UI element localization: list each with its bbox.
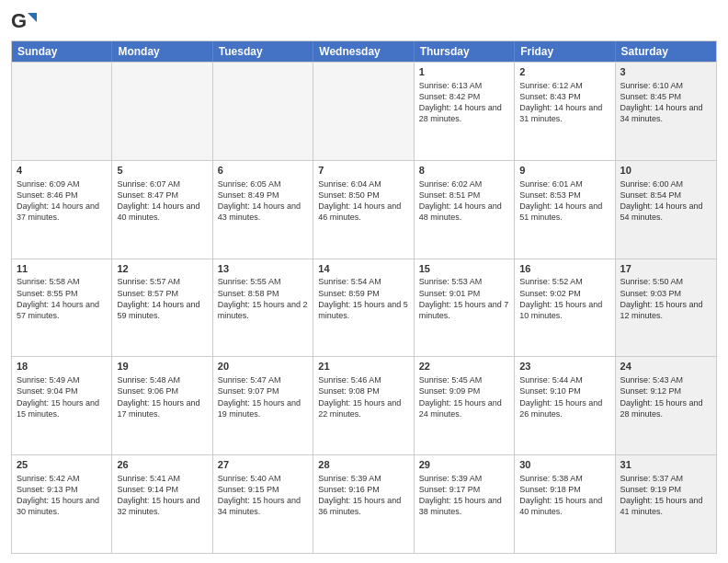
day-info: Sunrise: 5:39 AM [318, 473, 408, 484]
day-info: Daylight: 15 hours and 32 minutes. [117, 495, 207, 517]
day-number: 15 [419, 262, 509, 276]
cal-cell: 13Sunrise: 5:55 AMSunset: 8:58 PMDayligh… [213, 259, 313, 357]
day-info: Sunset: 9:04 PM [17, 385, 107, 396]
calendar-week: 4Sunrise: 6:09 AMSunset: 8:46 PMDaylight… [12, 160, 716, 259]
day-info: Sunset: 8:47 PM [117, 190, 207, 201]
day-number: 24 [620, 360, 711, 373]
day-number: 5 [117, 164, 207, 178]
day-number: 8 [419, 164, 509, 178]
day-number: 19 [117, 360, 207, 373]
day-info: Sunrise: 5:39 AM [419, 473, 509, 484]
day-info: Daylight: 14 hours and 57 minutes. [17, 299, 107, 321]
calendar-header-cell: Saturday [616, 41, 716, 62]
day-info: Daylight: 14 hours and 31 minutes. [519, 102, 609, 124]
day-info: Sunset: 9:15 PM [218, 484, 308, 495]
cal-cell: 5Sunrise: 6:07 AMSunset: 8:47 PMDaylight… [112, 161, 212, 259]
day-info: Sunset: 9:13 PM [17, 484, 107, 495]
cal-cell: 23Sunrise: 5:44 AMSunset: 9:10 PMDayligh… [515, 357, 615, 454]
day-number: 4 [17, 164, 107, 178]
day-info: Sunset: 8:42 PM [419, 91, 509, 102]
calendar-header-cell: Monday [112, 41, 212, 62]
day-info: Sunrise: 6:09 AM [17, 178, 107, 190]
day-number: 28 [318, 458, 408, 472]
calendar-body: 1Sunrise: 6:13 AMSunset: 8:42 PMDaylight… [12, 62, 716, 553]
calendar-week: 25Sunrise: 5:42 AMSunset: 9:13 PMDayligh… [12, 454, 716, 553]
cal-cell: 1Sunrise: 6:13 AMSunset: 8:42 PMDaylight… [415, 63, 515, 160]
day-info: Sunrise: 5:40 AM [218, 473, 308, 484]
svg-marker-1 [28, 13, 37, 22]
day-info: Sunrise: 5:50 AM [620, 276, 711, 287]
day-info: Sunrise: 6:02 AM [419, 178, 509, 190]
day-info: Daylight: 15 hours and 38 minutes. [419, 495, 509, 517]
cal-cell: 25Sunrise: 5:42 AMSunset: 9:13 PMDayligh… [12, 455, 112, 553]
cal-cell: 18Sunrise: 5:49 AMSunset: 9:04 PMDayligh… [12, 357, 112, 454]
cal-cell: 31Sunrise: 5:37 AMSunset: 9:19 PMDayligh… [616, 455, 716, 553]
logo: G [11, 9, 39, 35]
cal-cell: 16Sunrise: 5:52 AMSunset: 9:02 PMDayligh… [515, 259, 615, 357]
day-info: Sunrise: 5:58 AM [17, 276, 107, 287]
day-info: Sunset: 9:16 PM [318, 484, 408, 495]
cal-cell: 7Sunrise: 6:04 AMSunset: 8:50 PMDaylight… [313, 161, 414, 259]
day-info: Sunrise: 5:38 AM [519, 473, 609, 484]
cal-cell: 11Sunrise: 5:58 AMSunset: 8:55 PMDayligh… [12, 259, 112, 357]
cal-cell: 22Sunrise: 5:45 AMSunset: 9:09 PMDayligh… [415, 357, 515, 454]
day-info: Daylight: 15 hours and 26 minutes. [519, 397, 609, 419]
day-info: Sunset: 9:12 PM [620, 385, 711, 396]
cal-cell: 2Sunrise: 6:12 AMSunset: 8:43 PMDaylight… [515, 63, 615, 160]
day-info: Sunrise: 6:00 AM [620, 178, 711, 190]
cal-cell: 4Sunrise: 6:09 AMSunset: 8:46 PMDaylight… [12, 161, 112, 259]
day-info: Sunset: 8:55 PM [17, 288, 107, 299]
day-info: Sunrise: 6:13 AM [419, 80, 509, 91]
day-info: Sunrise: 5:37 AM [620, 473, 711, 484]
day-info: Daylight: 15 hours and 22 minutes. [318, 397, 408, 419]
day-number: 9 [519, 164, 609, 178]
day-info: Daylight: 15 hours and 36 minutes. [318, 495, 408, 517]
day-number: 26 [117, 458, 207, 472]
day-number: 2 [519, 65, 609, 79]
day-info: Sunset: 9:06 PM [117, 385, 207, 396]
day-info: Sunset: 9:01 PM [419, 288, 509, 299]
day-info: Sunset: 8:57 PM [117, 288, 207, 299]
day-info: Sunset: 9:18 PM [519, 484, 609, 495]
day-info: Sunrise: 6:12 AM [519, 80, 609, 91]
calendar: SundayMondayTuesdayWednesdayThursdayFrid… [11, 40, 717, 554]
day-info: Daylight: 14 hours and 28 minutes. [419, 102, 509, 124]
day-info: Sunrise: 5:41 AM [117, 473, 207, 484]
day-info: Sunrise: 6:10 AM [620, 80, 711, 91]
day-info: Sunset: 9:17 PM [419, 484, 509, 495]
day-number: 10 [620, 164, 711, 178]
page: G SundayMondayTuesdayWednesdayThursdayFr… [0, 0, 728, 563]
day-info: Daylight: 14 hours and 59 minutes. [117, 299, 207, 321]
day-number: 12 [117, 262, 207, 276]
day-info: Sunrise: 5:52 AM [519, 276, 609, 287]
day-info: Sunrise: 6:07 AM [117, 178, 207, 190]
day-info: Sunrise: 5:46 AM [318, 374, 408, 385]
calendar-header-cell: Sunday [12, 41, 112, 62]
day-info: Daylight: 15 hours and 10 minutes. [519, 299, 609, 321]
day-info: Daylight: 15 hours and 30 minutes. [17, 495, 107, 517]
day-info: Sunrise: 6:01 AM [519, 178, 609, 190]
day-number: 6 [218, 164, 308, 178]
cal-cell: 28Sunrise: 5:39 AMSunset: 9:16 PMDayligh… [313, 455, 414, 553]
cal-cell: 26Sunrise: 5:41 AMSunset: 9:14 PMDayligh… [112, 455, 212, 553]
day-info: Daylight: 15 hours and 2 minutes. [218, 299, 308, 321]
day-number: 27 [218, 458, 308, 472]
day-info: Sunrise: 5:48 AM [117, 374, 207, 385]
cal-cell: 15Sunrise: 5:53 AMSunset: 9:01 PMDayligh… [415, 259, 515, 357]
cal-cell: 19Sunrise: 5:48 AMSunset: 9:06 PMDayligh… [112, 357, 212, 454]
day-info: Sunset: 9:07 PM [218, 385, 308, 396]
day-info: Sunrise: 6:05 AM [218, 178, 308, 190]
day-number: 20 [218, 360, 308, 373]
day-number: 21 [318, 360, 408, 373]
logo-icon: G [11, 9, 37, 35]
calendar-week: 11Sunrise: 5:58 AMSunset: 8:55 PMDayligh… [12, 259, 716, 357]
day-info: Sunset: 8:43 PM [519, 91, 609, 102]
cal-cell: 20Sunrise: 5:47 AMSunset: 9:07 PMDayligh… [213, 357, 313, 454]
day-number: 17 [620, 262, 711, 276]
day-info: Sunset: 8:54 PM [620, 190, 711, 201]
day-info: Daylight: 15 hours and 12 minutes. [620, 299, 711, 321]
day-info: Sunset: 9:08 PM [318, 385, 408, 396]
day-info: Sunrise: 5:57 AM [117, 276, 207, 287]
day-number: 29 [419, 458, 509, 472]
day-info: Daylight: 15 hours and 40 minutes. [519, 495, 609, 517]
